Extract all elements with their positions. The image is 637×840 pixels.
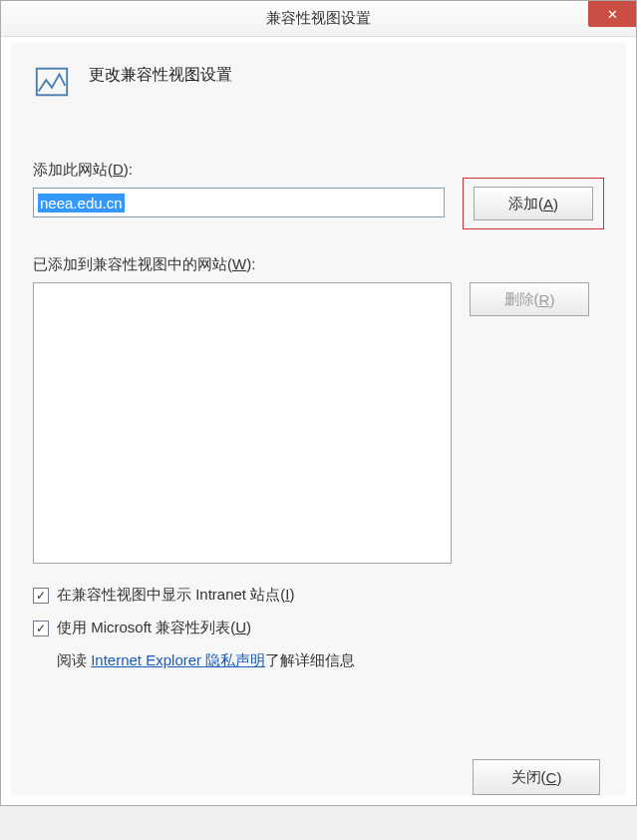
add-button-post: ) xyxy=(553,196,558,212)
privacy-link[interactable]: Internet Explorer 隐私声明 xyxy=(91,651,265,668)
added-list-label: 已添加到兼容性视图中的网站(W): xyxy=(33,255,604,274)
close-button-post: ) xyxy=(556,769,561,786)
window-title: 兼容性视图设置 xyxy=(1,9,636,28)
add-site-input-value: neea.edu.cn xyxy=(38,194,125,212)
add-site-label-post: ): xyxy=(124,161,133,178)
close-button-pre: 关闭( xyxy=(511,768,546,787)
add-button-key: A xyxy=(543,196,553,212)
add-button[interactable]: 添加(A) xyxy=(474,187,593,220)
added-list-row: 删除(R) xyxy=(33,282,604,586)
add-site-row: neea.edu.cn 添加(A) xyxy=(33,188,604,229)
close-button-key: C xyxy=(546,769,557,786)
intranet-label-pre: 在兼容性视图中显示 Intranet 站点( xyxy=(57,586,285,603)
mslist-checkbox-label: 使用 Microsoft 兼容性列表(U) xyxy=(57,619,251,637)
compat-view-icon xyxy=(33,63,71,101)
add-site-label-key: D xyxy=(113,161,124,178)
header-title: 更改兼容性视图设置 xyxy=(89,65,232,86)
remove-button-key: R xyxy=(539,291,550,308)
privacy-post: 了解详细信息 xyxy=(265,651,355,668)
privacy-pre: 阅读 xyxy=(57,651,91,668)
remove-button-pre: 删除( xyxy=(504,290,539,309)
add-button-pre: 添加( xyxy=(508,195,543,213)
added-list-label-post: ): xyxy=(246,255,255,272)
mslist-label-post: ) xyxy=(246,619,251,635)
mslist-checkbox-row: 使用 Microsoft 兼容性列表(U) xyxy=(33,619,604,637)
close-button[interactable]: 关闭(C) xyxy=(473,759,600,795)
remove-button[interactable]: 删除(R) xyxy=(470,282,589,316)
intranet-checkbox-label: 在兼容性视图中显示 Intranet 站点(I) xyxy=(57,586,294,605)
dialog-content: 更改兼容性视图设置 添加此网站(D): neea.edu.cn 添加(A) 已添… xyxy=(1,37,636,805)
added-sites-listbox[interactable] xyxy=(33,282,452,564)
intranet-checkbox-row: 在兼容性视图中显示 Intranet 站点(I) xyxy=(33,586,604,605)
added-list-label-key: W xyxy=(232,255,246,272)
titlebar: 兼容性视图设置 ✕ xyxy=(1,1,636,37)
intranet-label-post: ) xyxy=(289,586,294,603)
added-list-label-pre: 已添加到兼容性视图中的网站( xyxy=(33,255,232,272)
footer: 关闭(C) xyxy=(473,759,600,795)
add-site-label-pre: 添加此网站( xyxy=(33,161,113,178)
add-button-highlight: 添加(A) xyxy=(463,178,604,229)
privacy-row: 阅读 Internet Explorer 隐私声明了解详细信息 xyxy=(57,651,604,670)
dialog-window: 兼容性视图设置 ✕ 更改兼容性视图设置 添加此网站(D): neea.edu.c… xyxy=(0,0,637,806)
header-row: 更改兼容性视图设置 xyxy=(33,63,604,101)
close-icon[interactable]: ✕ xyxy=(588,1,636,27)
add-site-input[interactable]: neea.edu.cn xyxy=(33,188,445,217)
remove-button-post: ) xyxy=(549,291,554,308)
mslist-checkbox[interactable] xyxy=(33,621,49,636)
mslist-label-pre: 使用 Microsoft 兼容性列表( xyxy=(57,619,235,635)
intranet-checkbox[interactable] xyxy=(33,588,49,604)
mslist-label-key: U xyxy=(235,619,246,635)
